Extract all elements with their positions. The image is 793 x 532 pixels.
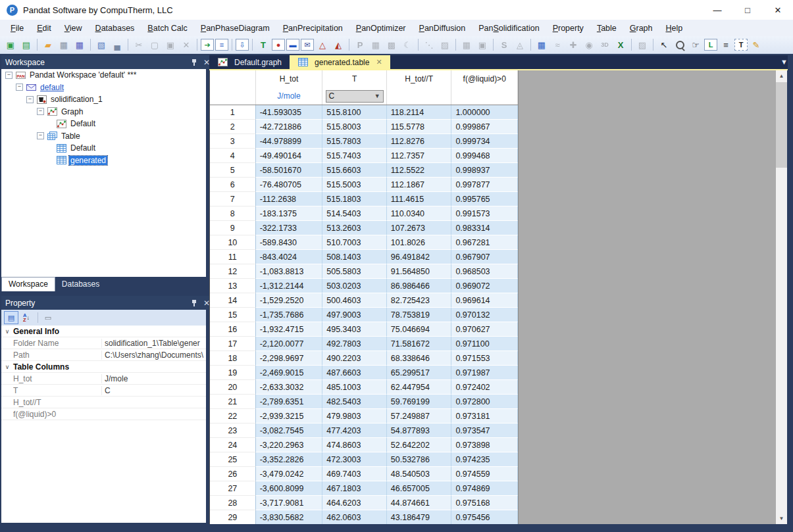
row-number-cell[interactable]: 10 <box>210 235 256 250</box>
data-cell[interactable]: -2,469.9015 <box>256 366 323 380</box>
data-cell[interactable]: 500.4603 <box>322 293 387 308</box>
menu-table[interactable]: Table <box>590 21 623 36</box>
collapse-chevron-icon[interactable]: ∨ <box>1 328 13 335</box>
zoom-icon[interactable] <box>673 38 687 52</box>
pan-hand-icon[interactable]: ☞ <box>688 38 703 52</box>
column-header-T[interactable]: T <box>322 70 387 87</box>
data-cell[interactable]: 515.8100 <box>322 105 387 120</box>
data-cell[interactable]: -49.490164 <box>256 149 323 163</box>
data-cell[interactable]: 497.9003 <box>322 308 387 322</box>
data-cell[interactable]: 467.1803 <box>322 481 387 496</box>
data-cell[interactable]: 508.1403 <box>322 250 387 264</box>
menu-panprecipitation[interactable]: PanPrecipitation <box>276 21 349 36</box>
data-cell[interactable]: 515.7803 <box>322 134 387 149</box>
row-number-cell[interactable]: 17 <box>210 337 256 351</box>
row-number-cell[interactable]: 27 <box>210 481 256 496</box>
row-number-cell[interactable]: 19 <box>210 366 256 380</box>
menu-graph[interactable]: Graph <box>623 21 659 36</box>
data-cell[interactable]: -3,600.8099 <box>256 481 323 496</box>
data-cell[interactable]: 0.971553 <box>451 351 518 366</box>
data-cell[interactable]: 510.7003 <box>322 235 387 250</box>
data-cell[interactable]: -76.480705 <box>256 178 323 192</box>
data-cell[interactable]: 487.6603 <box>322 366 387 380</box>
data-cell[interactable]: 86.986466 <box>387 279 452 293</box>
menu-pansolidification[interactable]: PanSolidification <box>472 21 546 36</box>
data-cell[interactable]: 469.7403 <box>322 467 387 481</box>
row-number-cell[interactable]: 2 <box>210 120 256 134</box>
column-header-H_tot[interactable]: H_tot <box>256 70 323 87</box>
property-row-t[interactable]: TC <box>1 385 206 397</box>
tab-list-chevron-icon[interactable]: ▼ <box>780 58 788 66</box>
new-workspace-icon[interactable]: ▣ <box>3 38 18 52</box>
row-number-cell[interactable]: 23 <box>210 423 256 438</box>
data-cell[interactable]: -322.1733 <box>256 221 323 235</box>
data-cell[interactable]: 485.1003 <box>322 380 387 395</box>
tab-close-icon[interactable]: ✕ <box>376 58 382 66</box>
data-cell[interactable]: -41.593035 <box>256 105 323 120</box>
property-row-h-tot-t[interactable]: H_tot//T <box>1 397 206 408</box>
row-number-cell[interactable]: 21 <box>210 395 256 409</box>
doc-tab-generated-table[interactable]: generated.table✕ <box>290 55 390 69</box>
data-cell[interactable]: 54.877893 <box>387 423 452 438</box>
data-cell[interactable]: 515.1803 <box>322 192 387 206</box>
data-cell[interactable]: -1,083.8813 <box>256 264 323 279</box>
expand-toggle-icon[interactable]: − <box>37 132 44 139</box>
menu-view[interactable]: View <box>58 21 89 36</box>
data-cell[interactable]: 65.299517 <box>387 366 452 380</box>
property-category-general-info[interactable]: ∨General Info <box>1 326 206 337</box>
property-row-f-liquid-0[interactable]: f(@liquid)>0 <box>1 408 206 420</box>
data-cell[interactable]: 464.6203 <box>322 496 387 510</box>
data-cell[interactable]: 515.8003 <box>322 120 387 134</box>
column-header-f(@liquid)>0[interactable]: f(@liquid)>0 <box>451 70 518 87</box>
collapse-chevron-icon[interactable]: ∨ <box>1 364 13 370</box>
data-cell[interactable]: 0.973898 <box>451 438 518 452</box>
data-cell[interactable]: -44.978899 <box>256 134 323 149</box>
data-cell[interactable]: 0.975456 <box>451 510 518 524</box>
tree-item-default[interactable]: Default <box>1 118 206 130</box>
data-cell[interactable]: 118.2114 <box>387 105 452 120</box>
tree-item-pandat-workspace-default-[interactable]: −PANPandat Workspace 'default' *** <box>1 69 206 82</box>
data-cell[interactable]: 78.753819 <box>387 308 452 322</box>
row-number-cell[interactable]: 18 <box>210 351 256 366</box>
property-row-h-tot[interactable]: H_totJ/mole <box>1 373 206 385</box>
pin-icon[interactable] <box>192 59 197 66</box>
batch-run-icon[interactable]: ➔ <box>201 39 214 51</box>
data-cell[interactable]: -1,735.7686 <box>256 308 323 322</box>
data-cell[interactable]: 0.969614 <box>451 293 518 308</box>
tab-databases[interactable]: Databases <box>55 278 106 291</box>
solidification-calc-icon[interactable]: ◭ <box>331 38 345 52</box>
data-cell[interactable]: 52.642202 <box>387 438 452 452</box>
data-cell[interactable]: 505.5803 <box>322 264 387 279</box>
property-row-folder-name[interactable]: Folder Namesolidification_1\Table\gener <box>1 337 206 349</box>
data-cell[interactable]: -1,932.4715 <box>256 322 323 337</box>
data-cell[interactable]: 44.874661 <box>387 496 452 510</box>
data-cell[interactable]: 71.581672 <box>387 337 452 351</box>
data-cell[interactable]: 0.972800 <box>451 395 518 409</box>
expand-toggle-icon[interactable]: − <box>37 108 44 115</box>
menu-file[interactable]: File <box>4 21 30 36</box>
data-cell[interactable]: 0.999734 <box>451 134 518 149</box>
print-preview-icon[interactable]: ▧ <box>94 38 109 52</box>
categorized-view-icon[interactable]: ▤ <box>4 311 18 324</box>
scrollbar-thumb[interactable] <box>776 82 787 168</box>
data-cell[interactable]: 59.769199 <box>387 395 452 409</box>
ternary-calculation-icon[interactable]: △ <box>315 38 330 52</box>
row-number-cell[interactable]: 3 <box>210 134 256 149</box>
row-number-cell[interactable]: 11 <box>210 250 256 264</box>
data-cell[interactable]: 490.2203 <box>322 351 387 366</box>
point-calculation-icon[interactable]: ● <box>272 39 285 51</box>
load-database-icon[interactable]: ⇩ <box>236 39 249 51</box>
tree-item-default[interactable]: Default <box>1 142 206 155</box>
data-cell[interactable]: 495.3403 <box>322 322 387 337</box>
data-cell[interactable]: 0.970627 <box>451 322 518 337</box>
row-number-cell[interactable]: 8 <box>210 206 256 221</box>
data-cell[interactable]: 513.2603 <box>322 221 387 235</box>
data-cell[interactable]: 101.8026 <box>387 235 452 250</box>
data-cell[interactable]: -3,830.5682 <box>256 510 323 524</box>
data-cell[interactable]: 115.5778 <box>387 120 452 134</box>
menu-pandiffusion[interactable]: PanDiffusion <box>413 21 473 36</box>
data-cell[interactable]: 96.491842 <box>387 250 452 264</box>
edit-pencil-icon[interactable]: ✎ <box>749 38 763 52</box>
tdb-editor-icon[interactable]: T <box>256 38 270 52</box>
unit-link-jmole[interactable]: J/mole <box>277 91 300 101</box>
